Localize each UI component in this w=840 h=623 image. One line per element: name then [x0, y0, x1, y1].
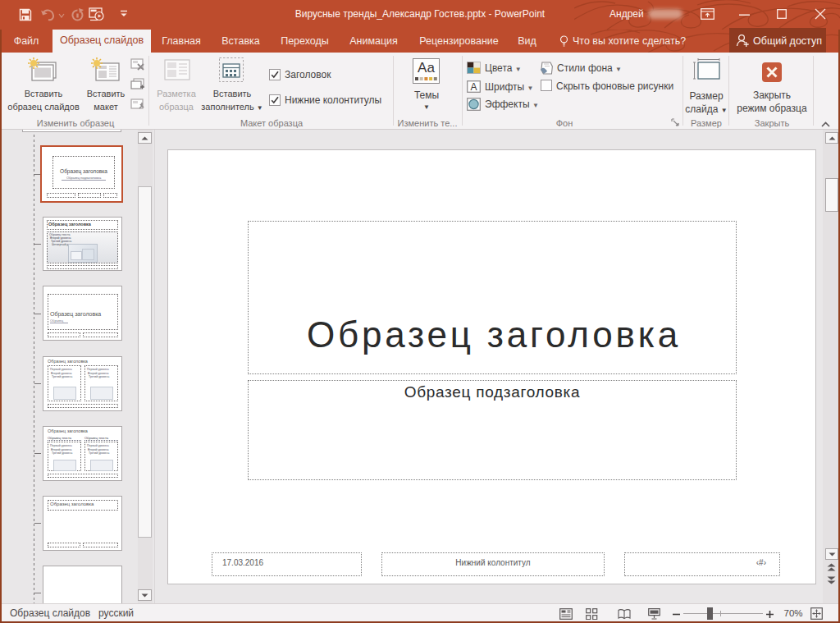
- svg-text:А: А: [470, 81, 477, 93]
